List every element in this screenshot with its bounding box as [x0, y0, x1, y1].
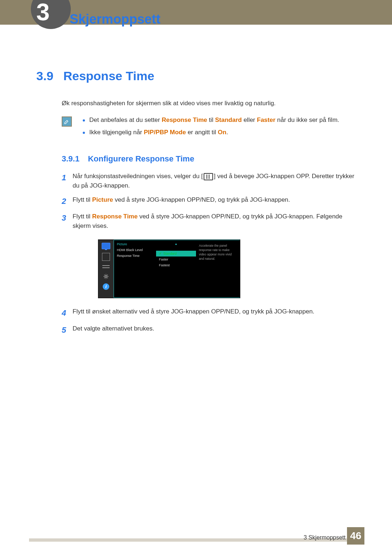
- step-1: 1 Når funksjonstastveiledningen vises, v…: [62, 172, 356, 191]
- note-box: Det anbefales at du setter Response Time…: [62, 116, 356, 141]
- step-5: 5 Det valgte alternativet brukes.: [62, 324, 356, 336]
- section-heading: 3.9 Response Time: [36, 69, 356, 83]
- arrow-up-icon: ▲: [156, 242, 196, 246]
- osd-menu-column: Picture HDMI Black Level Response Time: [114, 240, 156, 297]
- chapter-number: 3: [36, 0, 50, 26]
- footer-breadcrumb: 3 Skjermoppsett: [303, 534, 346, 541]
- list-icon: [102, 264, 110, 270]
- menu-icon: [204, 173, 213, 180]
- note-item-1: Det anbefales at du setter Response Time…: [83, 116, 339, 124]
- osd-option-faster: Faster: [156, 257, 196, 262]
- section-intro: Øk responshastigheten for skjermen slik …: [62, 100, 356, 107]
- info-icon: i: [103, 283, 109, 290]
- monitor-icon: [102, 243, 110, 249]
- osd-option-standard: ✓Standard: [156, 251, 196, 257]
- osd-options-column: ▲ ✓Standard Faster Fastest: [156, 240, 196, 297]
- osd-description: Accelerate the panel response rate to ma…: [196, 240, 240, 297]
- osd-panel: i Picture HDMI Black Level Response Time…: [98, 239, 240, 298]
- section-title: Response Time: [63, 69, 154, 83]
- page-number: 46: [347, 527, 364, 545]
- osd-main: Picture HDMI Black Level Response Time ▲…: [114, 240, 240, 298]
- step-3: 3 Flytt til Response Time ved å styre JO…: [62, 212, 356, 231]
- note-item-2: Ikke tilgjengelig når PIP/PBP Mode er an…: [83, 129, 339, 136]
- manual-page: { "chapter": {"number": "3", "title": "S…: [0, 0, 392, 554]
- svg-point-0: [105, 276, 107, 278]
- osd-menu-header: Picture: [117, 242, 153, 246]
- note-icon: [62, 116, 72, 127]
- gear-icon: [103, 273, 109, 280]
- subsection-heading: 3.9.1 Konfigurere Response Time: [62, 154, 356, 164]
- osd-row-hdmi: HDMI Black Level: [117, 248, 153, 252]
- resize-icon: [102, 253, 110, 261]
- step-2: 2 Flytt til Picture ved å styre JOG-knap…: [62, 195, 356, 208]
- step-4: 4 Flytt til ønsket alternativ ved å styr…: [62, 307, 356, 319]
- chapter-title: Skjermoppsett: [70, 12, 160, 27]
- steps-list: 1 Når funksjonstastveiledningen vises, v…: [62, 172, 356, 336]
- osd-sidebar: i: [98, 240, 114, 298]
- osd-option-fastest: Fastest: [156, 262, 196, 268]
- check-icon: ✓: [159, 252, 162, 255]
- osd-screenshot: i Picture HDMI Black Level Response Time…: [98, 239, 356, 298]
- subsection-title: Konfigurere Response Time: [88, 154, 194, 163]
- section-number: 3.9: [36, 69, 62, 83]
- page-body: 3.9 Response Time Øk responshastigheten …: [36, 69, 356, 341]
- subsection-number: 3.9.1: [62, 154, 86, 164]
- osd-row-response: Response Time: [117, 254, 153, 258]
- note-body: Det anbefales at du setter Response Time…: [83, 116, 339, 141]
- pencil-icon: [64, 119, 70, 124]
